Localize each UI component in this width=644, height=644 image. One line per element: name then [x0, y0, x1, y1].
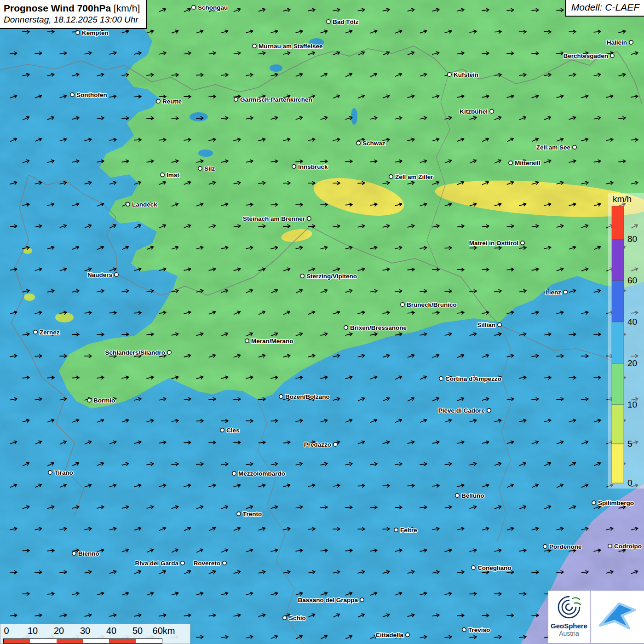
city-marker: Brixen/Bressanone	[344, 324, 407, 331]
city-label: Reutte	[162, 98, 182, 105]
scale-bar-segment	[136, 639, 162, 643]
legend-segment	[612, 322, 624, 363]
legend-segment	[612, 281, 624, 322]
city-dot	[307, 217, 311, 220]
city-marker: Conegliano	[472, 564, 512, 571]
city-dot	[232, 472, 236, 475]
city-label: Rovereto	[193, 560, 220, 567]
city-dot	[490, 109, 494, 113]
city-label: Zell am Ziller	[395, 173, 433, 180]
city-label: Schlanders/Silandro	[105, 349, 165, 356]
city-dot	[126, 202, 130, 206]
city-label: Berchtesgaden	[563, 52, 608, 59]
geosphere-logo-name: GeoSphere	[551, 622, 587, 630]
city-label: Hallein	[607, 39, 627, 46]
city-marker: Spilimbergo	[592, 500, 634, 506]
legend-tick-label: 5	[627, 439, 632, 448]
city-dot	[472, 566, 475, 569]
city-dot	[394, 528, 398, 532]
scale-bar	[3, 638, 162, 644]
title-box: Prognose Wind 700hPa [km/h] Donnerstag, …	[0, 0, 147, 29]
city-label: Trento	[243, 511, 262, 518]
city-label: Landeck	[132, 201, 157, 208]
city-label: Conegliano	[477, 564, 512, 571]
legend-tick-label: 0	[627, 478, 632, 488]
city-dot	[573, 145, 576, 149]
legend-unit: km/h	[613, 194, 632, 204]
city-marker: Mezzolombardo	[232, 470, 285, 477]
city-dot	[334, 443, 337, 446]
city-label: Cittadella	[375, 632, 403, 638]
city-dot	[87, 398, 91, 402]
city-label: Treviso	[468, 627, 490, 633]
legend-segment	[612, 239, 624, 281]
city-dot	[401, 303, 404, 306]
map-title-unit: [km/h]	[111, 3, 140, 13]
city-marker: Zell am Ziller	[389, 173, 433, 180]
city-dot	[76, 31, 80, 34]
legend-segment	[612, 206, 624, 239]
city-dot	[161, 173, 164, 177]
city-dot	[181, 561, 184, 565]
city-dot	[300, 274, 304, 278]
city-dot	[592, 501, 596, 505]
city-label: Bruneck/Brunico	[407, 301, 457, 308]
city-marker: Meran/Merano	[245, 338, 293, 345]
city-label: Feltre	[400, 527, 417, 534]
city-label: Bienno	[78, 550, 99, 557]
city-marker: Bozen/Bolzano	[279, 393, 330, 400]
weather-map-stage: km/h806040201050 SchongauBad TölzKempten…	[0, 0, 644, 644]
legend-tick-label: 80	[627, 234, 637, 244]
city-label: Sterzing/Vipiteno	[306, 273, 357, 280]
city-label: Sonthofen	[76, 92, 107, 98]
geosphere-logo: GeoSphere Austria	[548, 591, 590, 643]
city-label: Cles	[226, 427, 240, 434]
legend: km/h806040201050	[608, 193, 644, 489]
city-dot	[70, 93, 74, 97]
city-dot	[439, 377, 443, 380]
city-label: Cortina d'Ampezzo	[445, 375, 501, 382]
scale-label: 30	[80, 626, 90, 636]
city-marker: Steinach am Brenner	[243, 215, 311, 222]
city-dot	[192, 6, 196, 9]
legend-segment	[612, 363, 624, 405]
city-label: Kufstein	[454, 71, 478, 78]
scale-bar-segment	[4, 639, 30, 643]
city-dot	[237, 512, 241, 516]
city-dot	[156, 99, 160, 103]
city-dot	[462, 628, 466, 632]
legend-tick-label: 40	[627, 317, 637, 327]
city-label: Spilimbergo	[598, 500, 634, 506]
city-dot	[356, 141, 360, 145]
city-label: Innsbruck	[298, 163, 328, 170]
city-dot	[521, 241, 524, 245]
city-marker: Bruneck/Brunico	[401, 301, 457, 308]
city-dot	[279, 395, 283, 398]
city-label: Schio	[289, 615, 306, 621]
scale-label: 0	[4, 626, 9, 636]
city-dot	[198, 167, 202, 170]
scale-label: 40	[106, 626, 116, 636]
legend-tick-label: 10	[627, 400, 637, 409]
city-dot	[220, 428, 224, 432]
city-dot	[360, 598, 364, 602]
city-dot	[48, 471, 52, 474]
scale-bar-segment	[109, 639, 135, 643]
scale-label: 50	[132, 626, 143, 636]
city-dot	[167, 351, 171, 354]
city-dot	[564, 290, 567, 294]
city-dot	[292, 165, 296, 168]
city-label: Mezzolombardo	[238, 470, 285, 477]
legend-segment	[612, 444, 624, 483]
city-dot	[543, 545, 547, 548]
city-dot	[223, 561, 226, 565]
city-label: Lienz	[545, 289, 561, 296]
scale-bar-segment	[57, 639, 83, 643]
city-label: Riva del Garda	[135, 560, 178, 567]
city-label: Imst	[167, 172, 179, 178]
legend-tick-label: 20	[627, 358, 637, 368]
city-label: Pieve di Cadore	[438, 407, 485, 414]
city-label: Schongau	[198, 4, 228, 11]
city-label: Codroipo	[614, 543, 642, 550]
city-label: Belluno	[461, 492, 484, 499]
